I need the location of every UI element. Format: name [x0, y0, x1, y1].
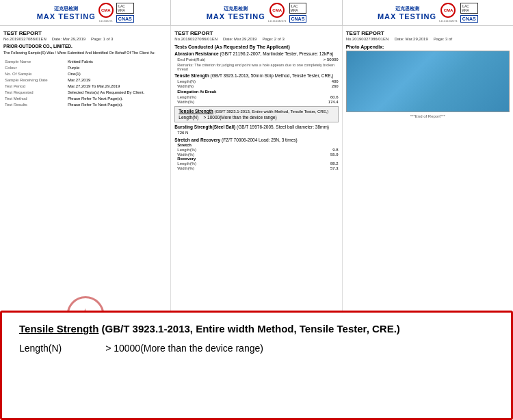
photo-appendix-title: Photo Appendix: [346, 44, 510, 49]
stretch-title: Stretch and Recovery (FZ/T 70006-2004 Lo… [174, 137, 338, 142]
cnas-badge-3: CNAS [460, 15, 478, 23]
big-highlight-length-label: Length(N) [19, 343, 62, 354]
logo-section-3: 迈克思检测 MAX TESTING CMA L11111342271 ILACM… [343, 0, 513, 25]
elongation-break-label: Elongation At Break [177, 90, 338, 94]
svg-rect-3 [361, 51, 495, 111]
table-row: Test Period Mar.27,2019 To Mar.29,2019 [5, 83, 166, 88]
label: Colour [5, 65, 66, 70]
report-number-3: No.20190327086/01EN [346, 37, 389, 41]
logo-section-1: 迈克思检测 MAX TESTING CMA 111342271 ILACMRA … [0, 0, 171, 25]
label: Sample Name [5, 59, 66, 64]
big-highlight-title-rest: (GB/T 3923.1-2013, Entire width Method, … [102, 323, 400, 334]
label: Test Results [5, 102, 66, 107]
stretch-data: Stretch Length(%) 9.8 Width(%) 55.9 Reco… [177, 143, 338, 170]
report-meta-3: No.20190327086/01EN Date: Mar.29,2019 Pa… [346, 37, 510, 41]
table-row: Test Method Please Refer To Next Page(s)… [5, 96, 166, 101]
report-header-1: TEST REPORT No.20190327086/01EN Date: Ma… [3, 30, 167, 41]
tests-conducted-title: Tests Conducted (As Requested By The App… [174, 44, 338, 49]
cnas-badge-2: CNAS [289, 15, 307, 23]
photo-section: Photo Appendix: ***End of Report*** [346, 44, 510, 118]
value: Knitted Fabric [68, 59, 166, 64]
table-row: Test Requested Selected Tests(s) As Requ… [5, 90, 166, 94]
report-page-2: Page: 2 of 3 [262, 37, 284, 41]
intro-text: The Following Sample(S) Was / Were Submi… [3, 51, 167, 55]
report-number-2: No.20190327086/01EN [174, 37, 218, 41]
report-title-1: TEST REPORT [3, 30, 167, 36]
abrasion-data: End Point(Rub) > 50000 Remarks: The crit… [177, 57, 338, 71]
table-row: Colour Purple [5, 65, 166, 70]
tensile-data: Length(N) 400 Width(N) 260 Elongation At… [177, 79, 338, 104]
big-highlight-box: Tensile Strength (GB/T 3923.1-2013, Enti… [0, 311, 513, 420]
bursting-data: 726 N [177, 130, 338, 135]
report-title-2: TEST REPORT [174, 30, 338, 36]
fabric-photo-svg [347, 51, 509, 111]
max-testing-logo-3: 迈克思检测 MAX TESTING [378, 5, 436, 21]
report-date-1: Date: Mar.29,2019 [52, 37, 86, 41]
report-page-3: Page: 3 of [434, 37, 452, 41]
big-highlight-length-value: > 10000(More than the device range) [105, 343, 263, 354]
big-highlight-title-underlined: Tensile Strength [19, 323, 98, 334]
ilac-badge-1: ILACMRA [116, 3, 134, 14]
abrasion-remarks: Remarks: The criterion for judging end p… [177, 63, 338, 71]
max-testing-logo-2: 迈克思检测 MAX TESTING [207, 5, 265, 21]
cma-badge-2: CMA [269, 3, 285, 18]
tests-conducted-section: Tests Conducted (As Requested By The App… [174, 44, 338, 170]
tensile-title: Tensile Strength (GB/T 3923.1-2013, 50mm… [174, 73, 338, 78]
table-row: Test Results Please Refer To Next Page(s… [5, 102, 166, 107]
big-highlight-value: Length(N) > 10000(More than the device r… [19, 343, 494, 354]
report-date-3: Date: Mar.29,2019 [394, 37, 428, 41]
ilac-badge-3: ILACMRA [460, 3, 478, 14]
report-page-1: Page: 1 of 3 [91, 37, 113, 41]
ilac-badge-2: ILACMRA [289, 3, 307, 14]
value: Mar.27,2019 To Mar.29,2019 [68, 83, 166, 88]
max-testing-logo-1: 迈克思检测 MAX TESTING [37, 5, 96, 21]
label: Sample Receiving Date [5, 77, 66, 82]
report-date-2: Date: Mar.29,2019 [223, 37, 256, 41]
end-of-report: ***End of Report*** [346, 114, 510, 118]
bursting-title: Bursting Strength(Steel Ball) (GB/T 1997… [174, 124, 338, 129]
table-row: No. Of Sample One(1) [5, 71, 166, 76]
label: No. Of Sample [5, 71, 66, 76]
big-highlight-title: Tensile Strength (GB/T 3923.1-2013, Enti… [19, 323, 494, 334]
sample-info-table: Sample Name Knitted Fabric Colour Purple… [3, 57, 167, 108]
abrasion-title: Abrasion Resistance (GB/T 21196.2-2007, … [174, 51, 338, 56]
label: Test Period [5, 83, 66, 88]
value: One(1) [68, 71, 166, 76]
value: Selected Tests(s) As Requested By Client… [68, 90, 166, 94]
report-meta-2: No.20190327086/01EN Date: Mar.29,2019 Pa… [174, 37, 338, 41]
value: Please Refer To Next Page(s). [68, 102, 166, 107]
cma-badge-1: CMA [98, 3, 114, 18]
value: Purple [68, 65, 166, 70]
logo-section-2: 迈克思检测 MAX TESTING CMA L11111342271 ILACM… [171, 0, 342, 25]
logo-strip: 迈克思检测 MAX TESTING CMA 111342271 ILACMRA … [0, 0, 513, 26]
label: Test Requested [5, 90, 66, 94]
highlight-tensile-box: Tensile Strength (GB/T 3923.1-2013, Enti… [174, 106, 338, 122]
value: Mar.27,2019 [68, 77, 166, 82]
svg-rect-4 [374, 58, 481, 105]
report-title-3: TEST REPORT [346, 30, 510, 36]
report-number-1: No.20190327086/01EN [3, 37, 47, 41]
report-header-3: TEST REPORT No.20190327086/01EN Date: Ma… [346, 30, 510, 41]
label: Test Method [5, 96, 66, 101]
cnas-badge-1: CNAS [116, 15, 134, 23]
report-meta-1: No.20190327086/01EN Date: Mar.29,2019 Pa… [3, 37, 167, 41]
table-row: Sample Name Knitted Fabric [5, 59, 166, 64]
cma-badge-3: CMA [440, 3, 456, 18]
report-header-2: TEST REPORT No.20190327086/01EN Date: Ma… [174, 30, 338, 41]
company-name-1: PRIOR-OUTDOOR CO., LIMITED. [3, 44, 167, 49]
table-row: Sample Receiving Date Mar.27,2019 [5, 77, 166, 82]
photo-box [346, 51, 510, 112]
value: Please Refer To Next Page(s). [68, 96, 166, 101]
